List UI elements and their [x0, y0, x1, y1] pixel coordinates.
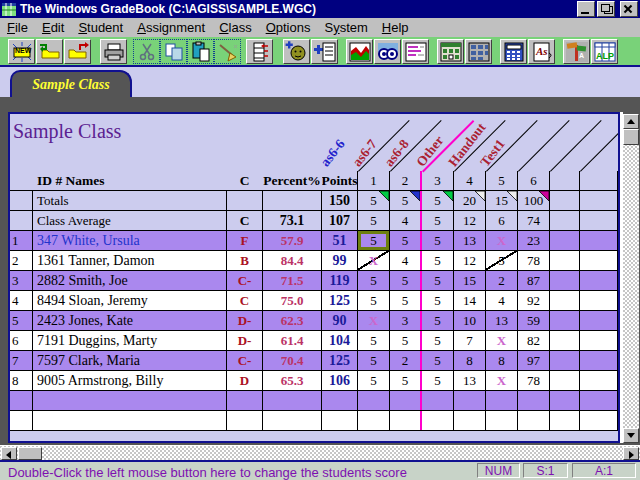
score-cell[interactable]: 5 — [358, 291, 390, 310]
student-name[interactable]: 9005 Armstrong, Billy — [33, 371, 227, 390]
score-cell[interactable]: 5 — [390, 231, 422, 250]
score-cell[interactable]: 3 — [390, 311, 422, 330]
score-cell[interactable]: 5 — [390, 331, 422, 350]
score-cell[interactable]: 14 — [454, 291, 486, 310]
score-cell[interactable]: 5 — [422, 231, 454, 250]
totals-score-cell[interactable]: 20 — [454, 191, 486, 210]
assignment-label-as6-6[interactable]: as6-6 — [317, 137, 348, 170]
score-cell[interactable]: 59 — [518, 311, 550, 330]
close-button[interactable] — [620, 1, 638, 17]
score-cell[interactable]: 5 — [358, 331, 390, 350]
erase-scores-button[interactable] — [214, 39, 241, 64]
score-cell[interactable]: 23 — [518, 231, 550, 250]
print-button[interactable] — [100, 39, 127, 64]
assignment-number-header[interactable] — [550, 171, 580, 190]
photo-roster-button[interactable] — [465, 39, 492, 64]
horizontal-scrollbar[interactable] — [0, 445, 640, 460]
assignment-number-header[interactable] — [580, 171, 618, 190]
score-cell[interactable]: 97 — [518, 351, 550, 370]
totals-score-cell[interactable]: 5 — [358, 191, 390, 210]
score-cell[interactable]: 2 — [486, 271, 518, 290]
score-cell[interactable]: 78 — [518, 371, 550, 390]
menu-item-help[interactable]: Help — [375, 20, 416, 35]
paste-button[interactable] — [187, 39, 214, 64]
score-cell[interactable]: X — [486, 371, 518, 390]
new-gradebook-button[interactable]: NEW — [8, 39, 35, 64]
score-cell[interactable]: 13 — [454, 371, 486, 390]
score-cell[interactable]: 5 — [390, 271, 422, 290]
score-cell[interactable]: 82 — [518, 331, 550, 350]
student-name[interactable]: 7597 Clark, Maria — [33, 351, 227, 370]
vertical-scrollbar[interactable] — [623, 114, 639, 443]
open-gradebook-button[interactable] — [36, 39, 63, 64]
score-cell[interactable]: 4 — [390, 251, 422, 270]
score-cell[interactable]: 5 — [390, 371, 422, 390]
scroll-up-button[interactable] — [623, 114, 639, 129]
totals-score-cell[interactable]: 5 — [422, 191, 454, 210]
menu-item-student[interactable]: Student — [71, 20, 130, 35]
student-name[interactable]: 7191 Duggins, Marty — [33, 331, 227, 350]
scroll-left-button[interactable] — [1, 447, 17, 460]
score-cell[interactable]: 5 — [358, 271, 390, 290]
score-cell[interactable]: X — [486, 331, 518, 350]
assignment-number-header[interactable]: 1 — [358, 171, 390, 190]
score-cell[interactable]: 12 — [454, 251, 486, 270]
add-assignment-button[interactable] — [311, 39, 338, 64]
assignment-number-header[interactable]: 6 — [518, 171, 550, 190]
student-name[interactable]: 2423 Jones, Kate — [33, 311, 227, 330]
restore-button[interactable] — [597, 1, 615, 17]
menu-item-options[interactable]: Options — [259, 20, 318, 35]
tab-sample-class[interactable]: Sample Class — [10, 70, 132, 97]
student-name[interactable]: 1361 Tanner, Damon — [33, 251, 227, 270]
seating-chart-button[interactable] — [437, 39, 464, 64]
score-cell[interactable]: 13 — [454, 231, 486, 250]
menu-item-file[interactable]: File — [0, 20, 35, 35]
score-cell[interactable]: 8 — [454, 351, 486, 370]
scroll-right-button[interactable] — [623, 447, 639, 460]
totals-score-cell[interactable]: 100 — [518, 191, 550, 210]
score-cell[interactable]: 5 — [486, 251, 518, 270]
score-cell[interactable]: 13 — [486, 311, 518, 330]
score-cell[interactable]: 5 — [358, 351, 390, 370]
hscroll-thumb[interactable] — [18, 447, 42, 460]
assignment-number-header[interactable]: 4 — [454, 171, 486, 190]
menu-item-assignment[interactable]: Assignment — [130, 20, 212, 35]
score-cell[interactable]: X — [358, 311, 390, 330]
copy-button[interactable] — [160, 39, 187, 64]
score-cell[interactable]: 5 — [422, 331, 454, 350]
assignment-list-button[interactable] — [402, 39, 429, 64]
score-cell[interactable]: X — [358, 251, 390, 270]
score-cell[interactable]: 5 — [422, 291, 454, 310]
assignment-number-header[interactable]: 3 — [422, 171, 454, 190]
save-gradebook-button[interactable] — [64, 39, 91, 64]
minimize-button[interactable] — [577, 1, 595, 17]
grade-scale-button[interactable]: A — [563, 39, 590, 64]
student-name[interactable]: 347 White, Ursula — [33, 231, 227, 250]
score-cell[interactable]: 5 — [422, 351, 454, 370]
calculator-button[interactable] — [500, 39, 527, 64]
score-cell[interactable]: 5 — [422, 311, 454, 330]
score-cell[interactable]: X — [486, 231, 518, 250]
score-cell[interactable]: 4 — [486, 291, 518, 310]
letter-grades-button[interactable]: As — [528, 39, 555, 64]
totals-score-cell[interactable]: 5 — [390, 191, 422, 210]
menu-item-system[interactable]: System — [317, 20, 374, 35]
score-cell[interactable]: 78 — [518, 251, 550, 270]
score-cell[interactable]: 7 — [454, 331, 486, 350]
assignment-number-header[interactable]: 5 — [486, 171, 518, 190]
scroll-down-button[interactable] — [623, 428, 639, 443]
score-cell[interactable]: 8 — [486, 351, 518, 370]
menu-item-edit[interactable]: Edit — [35, 20, 71, 35]
add-student-button[interactable] — [283, 39, 310, 64]
score-cell[interactable]: 5 — [358, 371, 390, 390]
score-cell[interactable]: 5 — [422, 251, 454, 270]
score-cell[interactable]: 92 — [518, 291, 550, 310]
score-cell[interactable]: 5 — [422, 371, 454, 390]
score-cell[interactable]: 87 — [518, 271, 550, 290]
totals-score-cell[interactable]: 15 — [486, 191, 518, 210]
score-cell[interactable]: 2 — [390, 351, 422, 370]
student-name[interactable]: 8494 Sloan, Jeremy — [33, 291, 227, 310]
vscroll-thumb[interactable] — [623, 129, 639, 145]
alp-report-button[interactable]: ALP — [591, 39, 618, 64]
menu-item-class[interactable]: Class — [212, 20, 259, 35]
